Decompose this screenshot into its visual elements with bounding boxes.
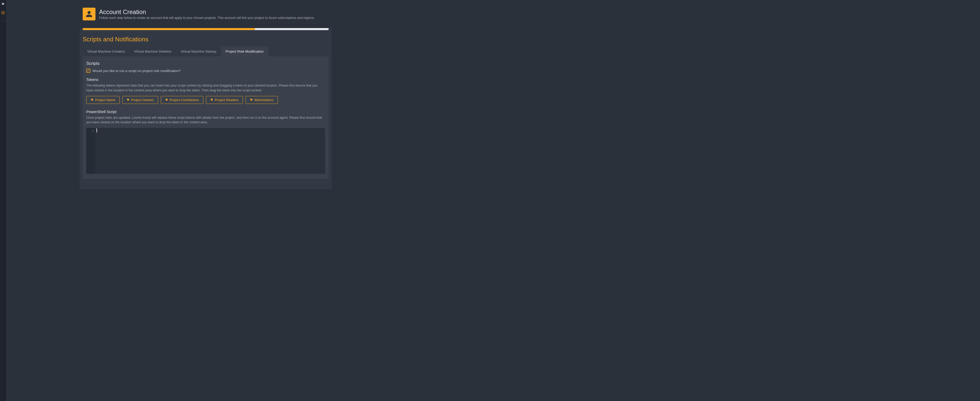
- sidebar-divider: [1, 21, 5, 21]
- token-project-name[interactable]: Project Name: [86, 96, 120, 104]
- tag-icon: [210, 98, 213, 101]
- page-header: Account Creation Follow each step below …: [6, 0, 333, 25]
- token-project-readers[interactable]: Project Readers: [206, 96, 243, 104]
- tokens-heading: Tokens: [86, 77, 325, 82]
- token-project-contributors[interactable]: Project Contributors: [161, 96, 204, 104]
- tabs: Virtual Machine Creation Virtual Machine…: [80, 46, 332, 56]
- scripts-heading: Scripts: [86, 61, 325, 66]
- expand-sidebar-icon[interactable]: [1, 2, 5, 6]
- script-editor[interactable]: 1: [86, 128, 325, 174]
- run-script-label: Would you like to run a script on projec…: [92, 69, 181, 73]
- line-number: 1: [86, 129, 94, 133]
- run-script-checkbox[interactable]: [86, 68, 90, 73]
- tab-vm-deletion[interactable]: Virtual Machine Deletion: [130, 46, 176, 56]
- tag-icon: [127, 98, 130, 101]
- page-subtitle: Follow each step below to create an acco…: [99, 16, 315, 20]
- page-title: Account Creation: [99, 8, 315, 16]
- progress-bar: [83, 28, 329, 30]
- editor-content[interactable]: [95, 128, 325, 174]
- editor-cursor: [97, 128, 325, 132]
- tag-icon: [91, 98, 94, 101]
- tab-vm-startup[interactable]: Virtual Machine Startup: [176, 46, 221, 56]
- powershell-description: Once project roles are updated, Loome As…: [86, 115, 325, 125]
- powershell-heading: PowerShell Script: [86, 110, 325, 114]
- progress-fill: [83, 28, 255, 30]
- tab-content: Scripts Would you like to run a script o…: [83, 56, 329, 179]
- editor-gutter: 1: [86, 128, 95, 174]
- account-icon: [83, 8, 95, 21]
- tab-project-role-modification[interactable]: Project Role Modification: [221, 46, 268, 56]
- sidebar: [0, 0, 6, 401]
- wizard-panel: Scripts and Notifications Virtual Machin…: [80, 28, 332, 189]
- add-icon[interactable]: [1, 11, 5, 15]
- token-project-owners[interactable]: Project Owners: [122, 96, 158, 104]
- token-buttons: Project Name Project Owners Project Cont…: [86, 96, 325, 104]
- tab-vm-creation[interactable]: Virtual Machine Creation: [83, 46, 130, 56]
- section-title: Scripts and Notifications: [80, 30, 332, 46]
- tokens-description: The following tokens represent data that…: [86, 83, 325, 93]
- tag-icon: [250, 98, 253, 101]
- main-content: Account Creation Follow each step below …: [6, 0, 980, 401]
- tag-icon: [165, 98, 168, 101]
- token-workstations[interactable]: Workstations: [245, 96, 278, 104]
